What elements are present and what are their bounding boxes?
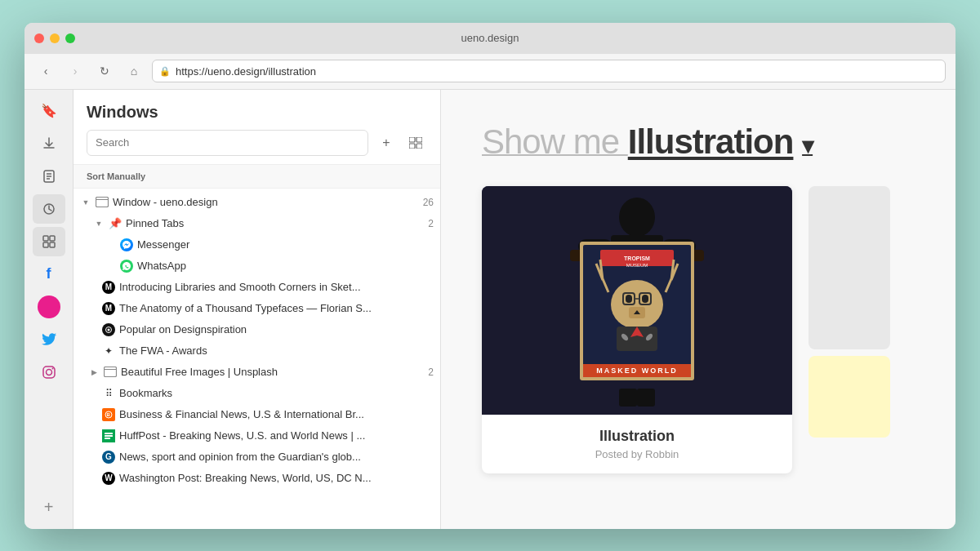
search-input[interactable] (87, 130, 368, 156)
svg-rect-12 (409, 137, 415, 142)
window-item[interactable]: ▼ Window - ueno.design 26 (74, 192, 440, 213)
chevron-right-icon: ▶ (88, 367, 100, 378)
svg-rect-41 (642, 295, 648, 303)
main-area: 🔖 f + (24, 90, 956, 529)
bookmarks-item[interactable]: ⠿ Bookmarks (74, 383, 440, 404)
partial-card-top (808, 186, 890, 349)
svg-rect-7 (43, 242, 48, 247)
messenger-icon (119, 238, 134, 252)
page-heading: Show me Illustration ▾ (482, 122, 915, 162)
whatsapp-item[interactable]: WhatsApp (74, 256, 440, 277)
pinned-tabs-label: Pinned Tabs (126, 217, 425, 229)
heading-dropdown-arrow[interactable]: ▾ (802, 133, 813, 158)
add-window-button[interactable]: + (375, 131, 398, 154)
svg-rect-53 (619, 389, 637, 407)
svg-rect-25 (105, 435, 113, 437)
business-item[interactable]: B Business & Financial News, U.S & Inter… (74, 404, 440, 425)
fullscreen-button[interactable] (65, 33, 75, 43)
pinned-tabs-item[interactable]: ▼ 📌 Pinned Tabs 2 (74, 213, 440, 234)
fwa-item[interactable]: ✦ The FWA - Awards (74, 340, 440, 362)
window-label: Window - ueno.design (113, 196, 420, 208)
fwa-icon: ✦ (101, 344, 116, 358)
chevron-down-icon: ▼ (80, 197, 91, 208)
lock-icon: 🔒 (159, 66, 171, 77)
svg-rect-8 (50, 242, 55, 247)
svg-text:MUSEUM: MUSEUM (626, 263, 648, 268)
svg-rect-16 (96, 198, 109, 207)
medium-icon: M (101, 280, 116, 295)
nav-bar: ‹ › ↻ ⌂ 🔒 https://ueno.design/illustrati… (24, 54, 956, 90)
bookmarks-label: Bookmarks (119, 387, 434, 399)
partial-cards (808, 186, 890, 438)
windows-panel: Windows + Sort Manually ▼ Window (74, 90, 441, 529)
notes-sidebar-button[interactable] (33, 162, 65, 191)
svg-rect-14 (409, 144, 415, 149)
medium-icon-2: M (101, 301, 116, 316)
card-container: TROPISM MUSEUM (482, 186, 915, 473)
home-button[interactable]: ⌂ (122, 60, 145, 82)
libraries-label: Introducing Libraries and Smooth Corners… (119, 281, 434, 293)
guardian-icon: G (101, 450, 116, 464)
browser-window: ueno.design ‹ › ↻ ⌂ 🔒 https://ueno.desig… (24, 23, 956, 529)
illustration-card[interactable]: TROPISM MUSEUM (482, 186, 792, 473)
grid-view-button[interactable] (404, 131, 427, 154)
url-bar[interactable]: 🔒 https://ueno.design/illustration (152, 60, 946, 82)
bookmark-sidebar-button[interactable]: 🔖 (33, 96, 65, 126)
svg-point-28 (619, 198, 655, 237)
facebook-sidebar-button[interactable]: f (33, 260, 65, 289)
content-area: Show me Illustration ▾ (441, 90, 956, 529)
anatomy-item[interactable]: M The Anatomy of a Thousand Typefaces — … (74, 298, 440, 319)
svg-rect-5 (43, 236, 48, 241)
washingtonpost-icon: W (101, 471, 116, 486)
pink-app-sidebar-button[interactable] (33, 292, 65, 322)
svg-text:TROPISM: TROPISM (624, 256, 650, 261)
libraries-item[interactable]: M Introducing Libraries and Smooth Corne… (74, 277, 440, 298)
svg-point-19 (108, 328, 110, 331)
minimize-button[interactable] (50, 33, 60, 43)
card-subtitle: Posted by Robbin (498, 448, 776, 460)
guardian-item[interactable]: G News, sport and opinion from the Guard… (74, 447, 440, 468)
fwa-label: The FWA - Awards (119, 344, 434, 357)
browser-title: ueno.design (461, 32, 519, 44)
svg-rect-6 (50, 236, 55, 241)
svg-rect-54 (637, 389, 655, 407)
forward-button[interactable]: › (64, 60, 87, 82)
twitter-sidebar-button[interactable] (33, 325, 65, 354)
svg-rect-13 (416, 137, 422, 142)
back-button[interactable]: ‹ (34, 60, 57, 82)
unsplash-count: 2 (428, 367, 434, 378)
guardian-label: News, sport and opinion from the Guardia… (119, 451, 434, 463)
instagram-sidebar-button[interactable] (33, 358, 65, 387)
title-bar: ueno.design (24, 23, 956, 54)
anatomy-label: The Anatomy of a Thousand Typefaces — Fl… (119, 302, 434, 314)
huffpost-item[interactable]: HuffPost - Breaking News, U.S. and World… (74, 425, 440, 447)
pinned-tabs-count: 2 (428, 218, 434, 229)
tree-list: ▼ Window - ueno.design 26 ▼ 📌 Pinned Tab… (74, 189, 440, 529)
washingtonpost-label: Washington Post: Breaking News, World, U… (119, 472, 434, 484)
traffic-lights (34, 33, 75, 43)
svg-point-10 (46, 369, 51, 375)
designspiration-item[interactable]: Popular on Designspiration (74, 319, 440, 340)
pin-icon: 📌 (108, 216, 122, 231)
reload-button[interactable]: ↻ (93, 60, 116, 82)
download-sidebar-button[interactable] (33, 129, 65, 158)
bookmarks-icon: ⠿ (101, 386, 116, 401)
svg-rect-24 (105, 433, 113, 434)
huffpost-icon (101, 429, 116, 443)
unsplash-label: Beautiful Free Images | Unsplash (121, 366, 425, 378)
close-button[interactable] (34, 33, 44, 43)
window-icon (95, 195, 109, 210)
unsplash-item[interactable]: ▶ Beautiful Free Images | Unsplash 2 (74, 362, 440, 383)
sidebar-icons: 🔖 f + (24, 90, 74, 529)
partial-card-bottom (808, 356, 890, 438)
huffpost-label: HuffPost - Breaking News, U.S. and World… (119, 429, 434, 442)
heading-main: Illustration (628, 122, 794, 161)
add-sidebar-button[interactable]: + (33, 493, 65, 522)
svg-rect-15 (416, 144, 422, 149)
panel-title: Windows (87, 103, 427, 122)
washingtonpost-item[interactable]: W Washington Post: Breaking News, World,… (74, 468, 440, 489)
messenger-item[interactable]: Messenger (74, 234, 440, 256)
svg-text:MASKED WORLD: MASKED WORLD (596, 367, 678, 375)
history-sidebar-button[interactable] (33, 194, 65, 224)
windows-sidebar-button[interactable] (33, 227, 65, 256)
